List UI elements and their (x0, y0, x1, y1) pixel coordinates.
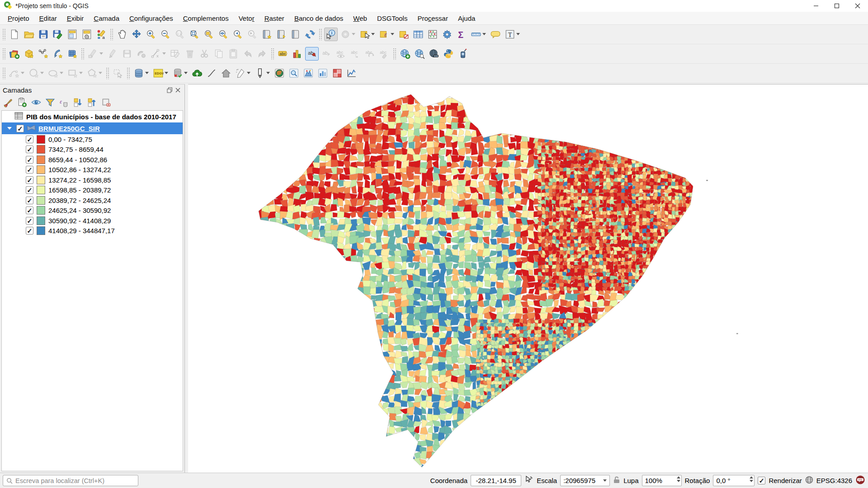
scale-combobox[interactable]: :20965975 (560, 475, 610, 486)
dropdown-arrow-icon[interactable] (99, 52, 103, 55)
spinner-arrows-icon[interactable] (677, 476, 680, 482)
raster-red-button[interactable] (330, 66, 344, 80)
render-checkbox[interactable]: ✓ (758, 477, 765, 484)
map-tips-button[interactable] (489, 28, 502, 41)
legend-color-swatch[interactable] (37, 176, 45, 184)
toolbar-grip[interactable] (2, 67, 6, 79)
dropdown-arrow-icon[interactable] (79, 72, 83, 74)
menu-complementos[interactable]: Complementos (178, 13, 234, 24)
bookmark-manager-button[interactable] (289, 28, 302, 41)
legend-class-checkbox[interactable]: ✓ (26, 197, 33, 204)
layout-manager-button[interactable] (80, 28, 94, 41)
db-validate-button[interactable] (171, 66, 184, 80)
new-project-button[interactable] (8, 28, 21, 41)
show-bookmarks-button[interactable] (274, 28, 288, 41)
legend-class-checkbox[interactable]: ✓ (26, 166, 33, 174)
layer-item-vector-selected[interactable]: ✓ BRMUE250GC_SIR (2, 122, 183, 134)
dropdown-arrow-icon[interactable] (516, 33, 520, 35)
legend-class-checkbox[interactable]: ✓ (26, 145, 33, 153)
toolbar-grip[interactable] (127, 67, 130, 79)
gps-information-button[interactable] (456, 47, 470, 61)
legend-class-checkbox[interactable]: ✓ (26, 206, 33, 214)
menu-banco-de-dados[interactable]: Banco de dados (289, 13, 348, 24)
new-print-layout-button[interactable] (66, 28, 79, 41)
filter-expression-icon[interactable]: ε (59, 97, 70, 108)
save-project-as-button[interactable] (51, 28, 65, 41)
minimize-button[interactable] (806, 0, 826, 12)
dropdown-arrow-icon[interactable] (60, 72, 63, 74)
measure-line-button[interactable] (469, 28, 483, 41)
new-shapefile-button[interactable] (37, 47, 50, 61)
legend-class-checkbox[interactable]: ✓ (26, 136, 33, 143)
collapse-caret-icon[interactable] (7, 127, 12, 130)
layer-labeling-button[interactable]: abc (276, 47, 290, 61)
menu-ajuda[interactable]: Ajuda (453, 13, 480, 24)
manage-themes-icon[interactable] (31, 97, 42, 108)
text-annotation-button[interactable]: T (503, 28, 517, 41)
pan-to-selection-button[interactable] (130, 28, 143, 41)
new-bookmark-button[interactable] (260, 28, 274, 41)
map-canvas[interactable] (188, 84, 868, 473)
spray-tool-button[interactable] (234, 66, 247, 80)
rotation-spinbox[interactable]: 0,0 ° (713, 475, 755, 486)
menu-raster[interactable]: Raster (259, 13, 289, 24)
spinner-arrows-icon[interactable] (750, 476, 753, 482)
menu-processar[interactable]: Processar (412, 13, 453, 24)
legend-class-checkbox[interactable]: ✓ (26, 156, 33, 164)
metasearch-add-button[interactable] (398, 47, 412, 61)
menu-exibir[interactable]: Exibir (62, 13, 89, 24)
zoom-to-layer-button[interactable] (217, 28, 230, 41)
messages-icon[interactable] (855, 475, 865, 486)
dropdown-arrow-icon[interactable] (162, 52, 166, 55)
legend-color-swatch[interactable] (37, 216, 45, 225)
dropdown-arrow-icon[interactable] (99, 72, 102, 74)
coordinate-input[interactable]: -28.21,-14.95 (471, 475, 521, 486)
dsg-globe-button[interactable] (273, 66, 286, 80)
layer-checkbox[interactable]: ✓ (16, 125, 24, 132)
panel-close-icon[interactable] (174, 86, 182, 94)
legend-color-swatch[interactable] (37, 165, 45, 174)
processing-toolbox-button[interactable] (440, 28, 454, 41)
framed-map-button[interactable] (302, 66, 315, 80)
pin-labels-button[interactable]: ab (305, 47, 319, 61)
deselect-all-button[interactable] (397, 28, 410, 41)
open-project-button[interactable] (22, 28, 36, 41)
data-source-manager-button[interactable] (8, 47, 21, 61)
select-features-button[interactable] (358, 28, 372, 41)
legend-color-swatch[interactable] (37, 206, 45, 215)
legend-color-swatch[interactable] (37, 135, 45, 144)
close-button[interactable] (847, 0, 868, 12)
locator-search-input[interactable]: Escreva para localizar (Ctrl+K) (3, 475, 138, 486)
menu-editar[interactable]: Editar (34, 13, 62, 24)
legend-class-checkbox[interactable]: ✓ (26, 176, 33, 184)
menu-dsgtools[interactable]: DSGTools (372, 13, 413, 24)
framed-chart-button[interactable] (316, 66, 330, 80)
db-manager-button[interactable] (132, 66, 146, 80)
edgv-tool-button[interactable]: EDGV (151, 66, 165, 80)
menu-configura-es[interactable]: Configurações (124, 13, 178, 24)
toolbar-grip[interactable] (106, 67, 109, 79)
tag-tool-button[interactable] (253, 66, 267, 80)
pan-map-button[interactable] (115, 28, 129, 41)
new-geopackage-button[interactable] (22, 47, 36, 61)
toolbar-grip[interactable] (319, 28, 322, 40)
toolbar-grip[interactable] (2, 28, 6, 40)
identify-features-button[interactable]: i (324, 28, 338, 41)
dropdown-arrow-icon[interactable] (352, 33, 355, 35)
profile-chart-button[interactable] (345, 66, 359, 80)
dropdown-arrow-icon[interactable] (145, 72, 149, 74)
dropdown-arrow-icon[interactable] (21, 72, 24, 74)
select-by-expression-button[interactable]: ε (377, 28, 391, 41)
styling-brush-icon[interactable] (3, 97, 14, 108)
filter-legend-icon[interactable] (45, 97, 56, 108)
legend-color-swatch[interactable] (37, 196, 45, 205)
layer-diagram-button[interactable] (291, 47, 304, 61)
style-manager-button[interactable]: a (94, 28, 108, 41)
dropdown-arrow-icon[interactable] (40, 72, 44, 74)
expand-all-icon[interactable] (73, 97, 84, 108)
statistical-summary-button[interactable]: Σ (455, 28, 468, 41)
zoom-full-button[interactable] (188, 28, 201, 41)
legend-class-checkbox[interactable]: ✓ (26, 227, 33, 235)
python-console-button[interactable] (442, 47, 455, 61)
menu-vetor[interactable]: Vetor (234, 13, 259, 24)
